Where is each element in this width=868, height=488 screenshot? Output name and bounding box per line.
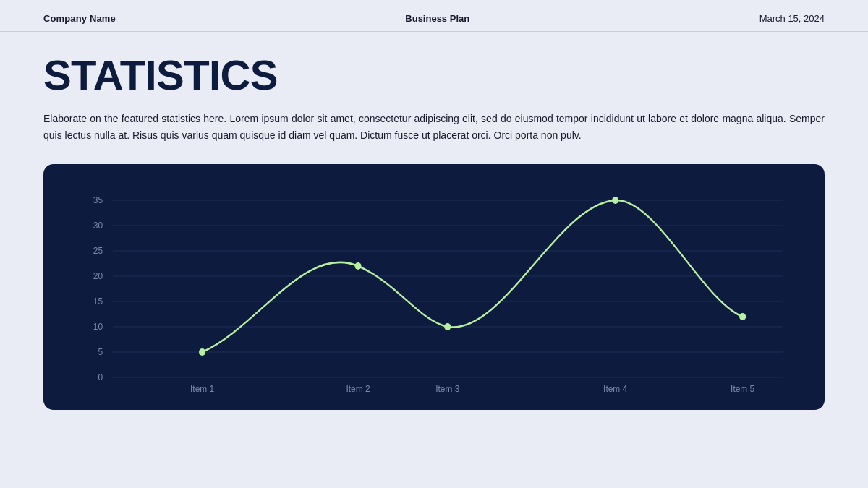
y-label-35: 35 xyxy=(93,195,103,206)
page: Company Name Business Plan March 15, 202… xyxy=(0,0,868,488)
line-chart: 0 5 10 15 20 25 30 xyxy=(80,186,796,395)
dot-item3 xyxy=(444,323,451,330)
chart-container: 0 5 10 15 20 25 30 xyxy=(43,164,825,410)
x-label-item5: Item 5 xyxy=(731,384,754,395)
dot-item5 xyxy=(739,313,746,320)
document-date: March 15, 2024 xyxy=(760,13,825,24)
y-label-20: 20 xyxy=(93,271,103,282)
dot-item2 xyxy=(354,262,361,270)
y-label-25: 25 xyxy=(93,246,103,257)
dot-item4 xyxy=(612,197,618,204)
main-content: STATISTICS Elaborate on the featured sta… xyxy=(0,32,868,432)
y-label-30: 30 xyxy=(93,221,103,231)
y-label-15: 15 xyxy=(93,296,103,307)
dot-item1 xyxy=(199,348,205,356)
x-label-item3: Item 3 xyxy=(435,384,459,395)
company-name: Company Name xyxy=(43,13,116,24)
y-label-0: 0 xyxy=(98,372,103,383)
x-label-item4: Item 4 xyxy=(603,384,627,395)
header: Company Name Business Plan March 15, 202… xyxy=(0,0,868,32)
y-label-10: 10 xyxy=(93,322,103,333)
description-text: Elaborate on the featured statistics her… xyxy=(43,111,825,144)
document-title: Business Plan xyxy=(405,13,469,24)
section-title: STATISTICS xyxy=(43,53,825,98)
y-label-5: 5 xyxy=(98,347,103,358)
x-label-item1: Item 1 xyxy=(190,384,214,395)
x-label-item2: Item 2 xyxy=(346,384,370,395)
